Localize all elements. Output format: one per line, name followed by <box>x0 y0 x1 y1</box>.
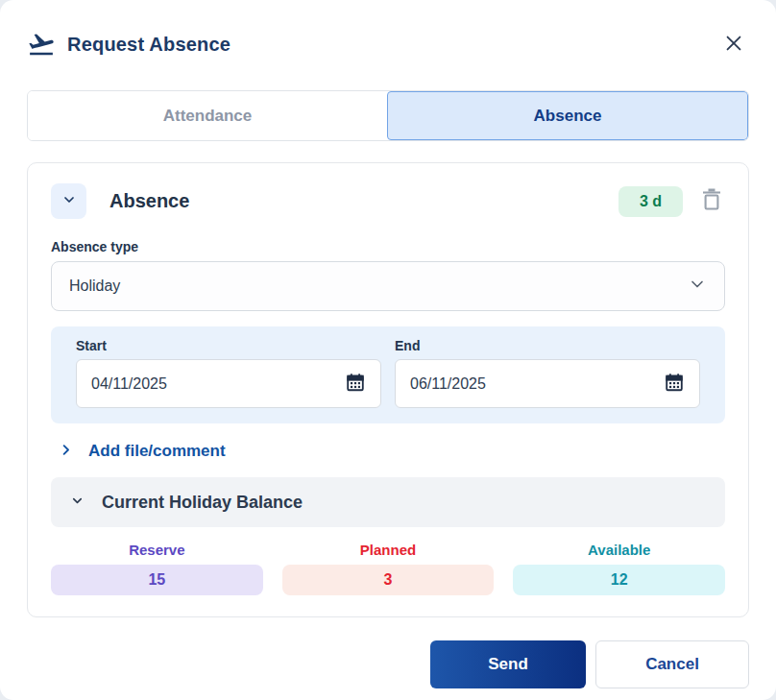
modal-footer: Send Cancel <box>27 640 749 688</box>
close-icon <box>723 33 744 57</box>
modal-header: Request Absence <box>27 25 749 63</box>
modal-title: Request Absence <box>67 34 230 56</box>
close-button[interactable] <box>718 29 749 60</box>
start-date-label: Start <box>76 338 381 353</box>
flight-takeoff-icon <box>27 29 60 60</box>
start-date-group: Start 04/11/2025 <box>76 338 381 408</box>
absence-type-label: Absence type <box>51 239 725 254</box>
available-balance: Available 12 <box>513 542 725 595</box>
holiday-balance-toggle[interactable]: Current Holiday Balance <box>51 477 725 527</box>
planned-value: 3 <box>282 565 495 595</box>
available-label: Available <box>513 542 725 558</box>
holiday-balance-title: Current Holiday Balance <box>102 493 303 513</box>
reserve-balance: Reserve 15 <box>51 542 263 595</box>
planned-label: Planned <box>282 542 495 558</box>
chevron-right-icon <box>59 443 73 460</box>
end-date-value: 06/11/2025 <box>410 375 486 393</box>
start-date-input[interactable]: 04/11/2025 <box>76 359 381 408</box>
balance-chips-row: Reserve 15 Planned 3 Available 12 <box>51 542 725 595</box>
available-value: 12 <box>513 565 725 595</box>
absence-type-value: Holiday <box>69 278 120 295</box>
tab-bar: Attendance Absence <box>27 90 749 141</box>
cancel-button[interactable]: Cancel <box>595 640 749 688</box>
add-file-comment-toggle[interactable]: Add file/comment <box>51 442 226 461</box>
reserve-label: Reserve <box>51 542 263 558</box>
absence-card-header: Absence 3 d <box>51 183 725 219</box>
chevron-down-icon <box>61 192 77 210</box>
absence-section-title: Absence <box>109 190 189 212</box>
send-button[interactable]: Send <box>430 640 586 688</box>
trash-icon <box>701 188 722 214</box>
request-absence-modal: Request Absence Attendance Absence Absen <box>0 0 776 700</box>
tab-attendance[interactable]: Attendance <box>28 91 387 140</box>
duration-badge: 3 d <box>618 186 683 217</box>
tab-absence[interactable]: Absence <box>387 91 748 140</box>
calendar-icon[interactable] <box>664 372 685 397</box>
collapse-absence-button[interactable] <box>51 183 86 219</box>
start-date-value: 04/11/2025 <box>91 375 167 393</box>
absence-type-select[interactable]: Holiday <box>51 261 725 311</box>
reserve-value: 15 <box>51 565 263 595</box>
calendar-icon[interactable] <box>345 372 366 397</box>
chevron-down-icon <box>70 494 85 511</box>
end-date-input[interactable]: 06/11/2025 <box>395 359 700 408</box>
chevron-down-icon <box>688 275 707 298</box>
delete-absence-button[interactable] <box>698 188 725 215</box>
planned-balance: Planned 3 <box>282 542 495 595</box>
absence-card: Absence 3 d Absence type Holiday <box>27 162 749 617</box>
add-file-comment-label: Add file/comment <box>88 442 226 461</box>
end-date-group: End 06/11/2025 <box>395 338 700 408</box>
end-date-label: End <box>395 338 700 353</box>
date-range-panel: Start 04/11/2025 <box>51 326 725 423</box>
